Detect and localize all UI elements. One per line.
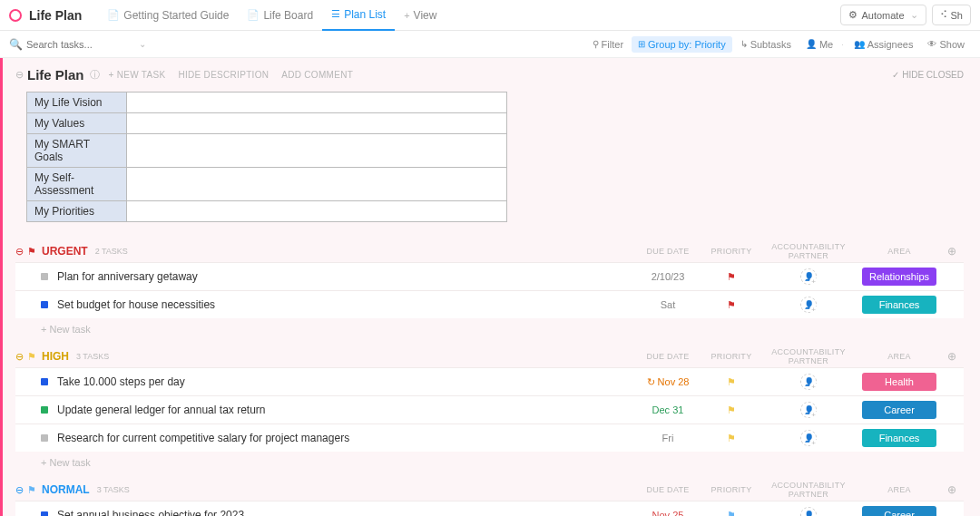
- tab-life-board[interactable]: 📄Life Board: [238, 0, 322, 31]
- task-name[interactable]: Set annual business objective for 2023: [57, 509, 632, 516]
- area-cell[interactable]: Relationships: [858, 268, 940, 286]
- hide-closed-button[interactable]: HIDE CLOSED: [892, 70, 964, 80]
- task-row[interactable]: Research for current competitive salary …: [15, 424, 964, 452]
- share-button[interactable]: ⠪ Sh: [932, 5, 971, 25]
- due-date[interactable]: Nov 25: [632, 510, 704, 516]
- main-area: ⊖ Life Plan ⓘ + NEW TASK HIDE DESCRIPTIO…: [0, 58, 980, 516]
- task-name[interactable]: Set budget for house necessities: [57, 298, 632, 311]
- plan-row-label[interactable]: My Priorities: [27, 201, 127, 222]
- due-date[interactable]: 2/10/23: [632, 271, 704, 282]
- task-name[interactable]: Research for current competitive salary …: [57, 432, 632, 444]
- tab-label: Life Board: [263, 9, 313, 22]
- plan-row-value[interactable]: [127, 92, 507, 113]
- avatar-placeholder-icon[interactable]: 👤: [800, 507, 817, 516]
- task-row[interactable]: Update general ledger for annual tax ret…: [15, 395, 964, 424]
- area-tag: Health: [862, 373, 936, 391]
- info-icon[interactable]: ⓘ: [90, 68, 100, 82]
- new-task-link[interactable]: + New task: [15, 318, 964, 338]
- avatar-placeholder-icon[interactable]: 👤: [800, 374, 817, 390]
- task-name[interactable]: Plan for anniversary getaway: [57, 270, 632, 283]
- priority-flag-icon[interactable]: ⚑: [704, 376, 759, 388]
- task-name[interactable]: Update general ledger for annual tax ret…: [57, 404, 632, 416]
- plan-row-value[interactable]: [127, 134, 507, 168]
- priority-flag-icon[interactable]: ⚑: [704, 299, 759, 311]
- task-row[interactable]: Take 10.000 steps per day↻ Nov 28⚑👤Healt…: [15, 367, 964, 395]
- avatar-placeholder-icon[interactable]: 👤: [800, 297, 817, 313]
- automation-icon: ⚙: [848, 9, 858, 21]
- task-name[interactable]: Take 10.000 steps per day: [57, 375, 632, 388]
- collapse-icon[interactable]: ⊖: [15, 246, 24, 258]
- due-date[interactable]: Dec 31: [632, 404, 704, 415]
- status-square-icon[interactable]: [41, 511, 48, 516]
- assignees-button[interactable]: 👥Assignees: [848, 36, 920, 53]
- task-row[interactable]: Set budget for house necessitiesSat⚑👤Fin…: [15, 290, 964, 318]
- accountability-partner[interactable]: 👤: [759, 268, 858, 285]
- plan-row-label[interactable]: My SMART Goals: [27, 134, 127, 168]
- collapse-icon[interactable]: ⊖: [15, 484, 24, 496]
- search-input[interactable]: [26, 39, 135, 50]
- task-row[interactable]: Set annual business objective for 2023No…: [15, 501, 964, 516]
- table-row: My Priorities: [27, 201, 507, 222]
- life-plan-table: My Life VisionMy ValuesMy SMART GoalsMy …: [26, 92, 507, 222]
- plan-row-value[interactable]: [127, 201, 507, 222]
- accountability-partner[interactable]: 👤: [759, 507, 858, 516]
- area-cell[interactable]: Career: [858, 506, 940, 516]
- tab-plan-list[interactable]: ☰Plan List: [322, 0, 395, 31]
- area-cell[interactable]: Finances: [858, 429, 940, 447]
- automate-button[interactable]: ⚙ Automate ⌄: [840, 5, 926, 25]
- show-button[interactable]: 👁Show: [921, 36, 971, 53]
- hide-description-button[interactable]: HIDE DESCRIPTION: [178, 70, 269, 80]
- accountability-partner[interactable]: 👤: [759, 297, 858, 313]
- tab-label: Plan List: [344, 8, 386, 21]
- add-column-icon[interactable]: ⊕: [940, 483, 964, 496]
- accountability-partner[interactable]: 👤: [759, 374, 858, 390]
- priority-flag-icon[interactable]: ⚑: [704, 510, 759, 517]
- plan-row-label[interactable]: My Values: [27, 113, 127, 134]
- avatar-placeholder-icon[interactable]: 👤: [800, 430, 817, 446]
- status-square-icon[interactable]: [41, 434, 48, 442]
- new-task-button[interactable]: + NEW TASK: [109, 70, 166, 80]
- area-tag: Relationships: [862, 268, 936, 286]
- group-by-button[interactable]: ⊞Group by: Priority: [632, 36, 732, 53]
- area-cell[interactable]: Health: [858, 373, 940, 391]
- avatar-placeholder-icon[interactable]: 👤: [800, 402, 817, 418]
- tab-view[interactable]: +View: [395, 0, 446, 31]
- tab-getting-started-guide[interactable]: 📄Getting Started Guide: [98, 0, 238, 31]
- new-task-link[interactable]: + New task: [15, 452, 964, 472]
- priority-flag-icon[interactable]: ⚑: [704, 404, 759, 416]
- status-square-icon[interactable]: [41, 378, 48, 385]
- add-column-icon[interactable]: ⊕: [940, 245, 964, 258]
- plan-row-value[interactable]: [127, 113, 507, 134]
- status-square-icon[interactable]: [41, 301, 48, 308]
- plan-row-value[interactable]: [127, 168, 507, 201]
- avatar-placeholder-icon[interactable]: 👤: [800, 268, 817, 285]
- priority-flag-icon[interactable]: ⚑: [704, 433, 759, 444]
- due-date[interactable]: Fri: [632, 433, 704, 443]
- column-header-priority: PRIORITY: [704, 247, 759, 256]
- area-tag: Finances: [862, 429, 936, 447]
- accountability-partner[interactable]: 👤: [759, 430, 858, 446]
- task-row[interactable]: Plan for anniversary getaway2/10/23⚑👤Rel…: [15, 262, 964, 290]
- priority-flag-icon[interactable]: ⚑: [704, 271, 759, 283]
- status-square-icon[interactable]: [41, 406, 48, 414]
- due-date[interactable]: Sat: [632, 299, 704, 310]
- area-tag: Career: [862, 401, 936, 419]
- share-label: Sh: [951, 10, 963, 21]
- chevron-down-icon[interactable]: ⌄: [139, 39, 146, 49]
- due-date[interactable]: ↻ Nov 28: [632, 376, 704, 388]
- filter-button[interactable]: ⚲Filter: [586, 36, 630, 53]
- collapse-icon[interactable]: ⊖: [15, 351, 24, 363]
- plan-row-label[interactable]: My Self-Assessment: [27, 168, 127, 201]
- add-column-icon[interactable]: ⊕: [940, 350, 964, 363]
- area-cell[interactable]: Career: [858, 401, 940, 419]
- area-cell[interactable]: Finances: [858, 296, 940, 314]
- subtasks-button[interactable]: ↳Subtasks: [734, 36, 798, 53]
- group-urgent: ⊖⚑URGENT2 TASKSDUE DATEPRIORITYACCOUNTAB…: [15, 239, 964, 338]
- status-square-icon[interactable]: [41, 273, 48, 280]
- column-header-accountability: ACCOUNTABILITY PARTNER: [759, 481, 858, 499]
- plan-row-label[interactable]: My Life Vision: [27, 92, 127, 113]
- collapse-icon[interactable]: ⊖: [15, 69, 24, 81]
- accountability-partner[interactable]: 👤: [759, 402, 858, 418]
- add-comment-button[interactable]: ADD COMMENT: [281, 70, 353, 80]
- me-button[interactable]: 👤Me: [799, 36, 839, 53]
